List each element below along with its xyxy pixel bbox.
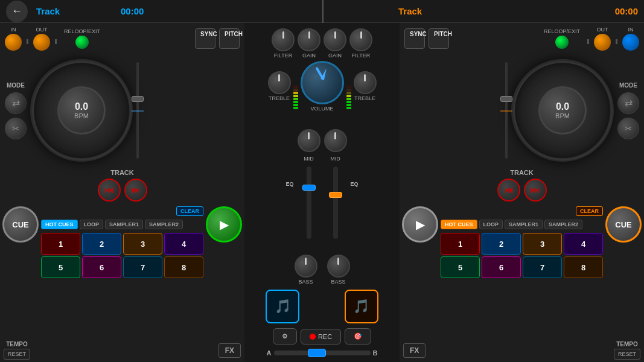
settings-btn[interactable]: ⚙ <box>273 328 297 345</box>
left-out-label: OUT <box>36 27 48 33</box>
main-layout: IN OUT RELOOP/EXIT SYNC PITCH <box>0 23 644 362</box>
left-pad-4[interactable]: 4 <box>164 233 203 255</box>
right-hotcues-tab[interactable]: HOT CUES <box>441 220 477 229</box>
left-pad-5[interactable]: 5 <box>41 256 80 278</box>
right-mid-knob[interactable] <box>324 129 347 152</box>
right-track-label: TRACK <box>404 169 639 176</box>
left-jog-wheel[interactable]: 0.0 BPM <box>30 59 133 162</box>
mixer-panel: FILTER GAIN GAIN FILTER TREBLE <box>244 23 400 362</box>
right-bottom-row: TEMPO RESET FX <box>400 338 644 362</box>
right-in-knob[interactable] <box>622 34 639 51</box>
left-pad-2[interactable]: 2 <box>82 233 121 255</box>
left-load-btn[interactable]: 🎵 <box>266 290 299 323</box>
volume-label: VOLUME <box>310 106 333 112</box>
right-fx-btn[interactable]: FX <box>403 343 426 358</box>
left-prev-btn[interactable]: ⏮ <box>98 179 121 202</box>
left-in-knob[interactable] <box>5 34 22 51</box>
volume-knob[interactable] <box>301 61 344 104</box>
right-pad-8[interactable]: 8 <box>564 256 603 278</box>
left-pad-7[interactable]: 7 <box>123 256 162 278</box>
left-out-knob[interactable] <box>33 34 50 51</box>
left-pad-6[interactable]: 6 <box>82 256 121 278</box>
left-gain-knob[interactable] <box>298 28 320 51</box>
left-bass-label: BASS <box>298 279 313 285</box>
left-track-btn-row: ⏮ ⏭ <box>5 176 240 204</box>
left-play-btn[interactable]: ▶ <box>206 206 242 243</box>
cf-b-label: B <box>373 349 378 357</box>
right-mode-icon-2[interactable]: ✂ <box>617 118 639 139</box>
left-pitch-btn[interactable]: PITCH <box>219 28 240 49</box>
rec-dot <box>310 334 316 340</box>
left-treble-knob[interactable] <box>268 71 291 94</box>
right-mid-label: MID <box>330 156 340 162</box>
headphone-btn[interactable]: 🎯 <box>345 328 371 345</box>
right-clear-btn[interactable]: CLEAR <box>576 206 603 216</box>
right-pads-row2: 5 6 7 8 <box>441 256 603 278</box>
left-hotcues-tab[interactable]: HOT CUES <box>41 220 78 229</box>
right-sampler2-tab[interactable]: SAMPLER2 <box>544 220 582 229</box>
right-bass-knob[interactable] <box>327 255 350 278</box>
left-bass-knob[interactable] <box>295 255 317 278</box>
right-reloop-label: RELOOP/EXIT <box>544 28 580 34</box>
left-io-row: IN OUT RELOOP/EXIT SYNC PITCH <box>0 23 244 53</box>
left-filter-knob[interactable] <box>272 28 295 51</box>
left-sync-btn[interactable]: SYNC <box>195 28 215 49</box>
left-mode-icon-2[interactable]: ✂ <box>5 118 27 139</box>
mixer-bottom-controls: ⚙ REC 🎯 <box>246 326 398 347</box>
right-sampler1-tab[interactable]: SAMPLER1 <box>505 220 543 229</box>
right-reloop-knob[interactable] <box>555 36 569 49</box>
left-next-btn[interactable]: ⏭ <box>124 179 147 202</box>
left-reset-btn[interactable]: RESET <box>4 349 30 360</box>
right-pad-4[interactable]: 4 <box>564 233 603 255</box>
left-jog-area: 0.0 BPM <box>30 54 133 167</box>
back-button[interactable]: ← <box>6 1 28 22</box>
right-pad-6[interactable]: 6 <box>482 256 521 278</box>
left-filter-label: FILTER <box>274 52 292 59</box>
left-pads-row2: 5 6 7 8 <box>41 256 203 278</box>
crossfader-handle[interactable] <box>308 349 326 357</box>
left-mid-label: MID <box>304 156 314 162</box>
right-track-btn-row: ⏮ ⏭ <box>404 176 639 204</box>
right-load-btn[interactable]: 🎵 <box>345 290 378 323</box>
crossfader-track[interactable] <box>274 351 371 355</box>
right-reset-btn[interactable]: RESET <box>614 349 640 360</box>
right-pad-1[interactable]: 1 <box>441 233 480 255</box>
right-out-knob[interactable] <box>594 34 611 51</box>
left-eq-meter <box>293 64 298 109</box>
right-gain-knob[interactable] <box>324 28 346 51</box>
right-treble-label: TREBLE <box>354 95 375 101</box>
right-cue-btn[interactable]: CUE <box>605 206 642 243</box>
left-sampler1-tab[interactable]: SAMPLER1 <box>105 220 143 229</box>
left-mid-knob[interactable] <box>298 129 320 152</box>
left-sampler2-tab[interactable]: SAMPLER2 <box>145 220 183 229</box>
right-pad-5[interactable]: 5 <box>441 256 480 278</box>
right-treble-knob[interactable] <box>354 71 377 94</box>
right-play-btn[interactable]: ▶ <box>402 206 438 243</box>
left-cue-btn[interactable]: CUE <box>2 206 39 243</box>
volume-needle <box>320 68 328 80</box>
right-next-btn[interactable]: ⏭ <box>524 179 547 202</box>
left-pad-8[interactable]: 8 <box>164 256 203 278</box>
left-clear-btn[interactable]: CLEAR <box>176 206 203 216</box>
right-mode-icon-1[interactable]: ⇄ <box>617 92 639 114</box>
left-tabs-row: CLEAR <box>41 206 203 216</box>
left-fx-btn[interactable]: FX <box>218 343 241 358</box>
rec-btn[interactable]: REC <box>301 329 341 345</box>
right-loop-tab[interactable]: LOOP <box>479 220 503 229</box>
right-pad-7[interactable]: 7 <box>523 256 562 278</box>
left-loop-tab[interactable]: LOOP <box>80 220 104 229</box>
right-pitch-btn[interactable]: PITCH <box>429 28 449 49</box>
left-reloop-knob[interactable] <box>75 36 89 49</box>
right-pad-2[interactable]: 2 <box>482 233 521 255</box>
right-jog-wheel[interactable]: 0.0 BPM <box>511 59 614 162</box>
right-filter-knob[interactable] <box>349 28 372 51</box>
right-jog-area: 0.0 BPM <box>511 54 614 167</box>
right-prev-btn[interactable]: ⏮ <box>497 179 520 202</box>
left-track-label: TRACK <box>5 169 240 176</box>
left-pad-3[interactable]: 3 <box>123 233 162 255</box>
right-sync-btn[interactable]: SYNC <box>404 28 425 49</box>
left-pad-1[interactable]: 1 <box>41 233 80 255</box>
crossfader-section: A B <box>246 347 398 359</box>
right-pad-3[interactable]: 3 <box>523 233 562 255</box>
left-mode-icon-1[interactable]: ⇄ <box>5 92 27 114</box>
